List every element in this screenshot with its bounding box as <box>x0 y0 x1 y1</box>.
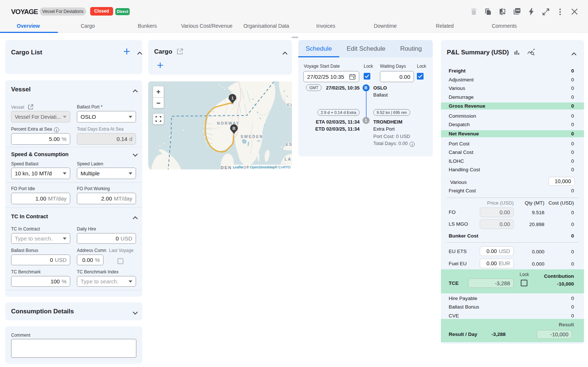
tce-label: TCE <box>449 280 459 286</box>
speed-laden-select[interactable]: Multiple <box>77 168 136 179</box>
zoom-in-button[interactable]: + <box>153 86 164 97</box>
tab-related[interactable]: Related <box>415 19 475 33</box>
tc-benchmark-label: TC Benchmark <box>11 269 41 275</box>
copy-icon[interactable] <box>484 8 492 16</box>
divider <box>447 242 578 243</box>
divider <box>5 147 142 147</box>
tab-routing[interactable]: Routing <box>393 40 429 57</box>
bunker-qty-header: Qty (MT) <box>525 200 544 206</box>
tab-invoices[interactable]: Invoices <box>296 19 356 33</box>
speed-ballast-select[interactable]: 10 kn, 10 MT/d <box>11 168 70 179</box>
tc-benchmark-input[interactable]: 100% <box>11 276 70 287</box>
voyage-start-lock-checkbox[interactable] <box>364 73 370 80</box>
waiting-days-input[interactable]: 0.00 <box>380 71 414 82</box>
pnl-row-adjustment: Adjustment0 <box>441 75 584 84</box>
tab-schedule[interactable]: Schedule <box>298 40 339 57</box>
result-header: Result <box>559 322 574 327</box>
ballast-bonus-input[interactable]: 0USD <box>11 255 70 265</box>
dropdown-caret-icon <box>61 116 67 118</box>
eu-ets-qty: 0.000 <box>532 249 544 255</box>
fo-port-idle-input[interactable]: 1.00MT/day <box>11 193 70 204</box>
address-comn-input[interactable]: 0.00% <box>77 255 103 265</box>
tab-various-cost-revenue[interactable]: Various Cost/Revenue <box>177 19 237 33</box>
pnl-row-canal-cost: Canal Cost0 <box>441 148 584 157</box>
stop2-port: TRONDHEIM <box>373 119 402 125</box>
collapse-speed-consumption-icon[interactable] <box>133 152 138 157</box>
last-voyage-checkbox[interactable] <box>118 258 123 264</box>
analytics-search-icon[interactable] <box>527 48 535 58</box>
dropdown-caret-icon <box>127 280 132 283</box>
lsmgo-price-input: 0.00 <box>480 219 514 229</box>
pnl-row-bunker-cost: Bunker Cost0 <box>441 232 584 240</box>
top-bar: VOYAGE Vessel For Deviations Closed Dire… <box>0 0 588 19</box>
fuel-eu-input[interactable]: 0.00EUR <box>480 259 514 268</box>
add-cargo-button[interactable] <box>123 48 130 55</box>
map-zoom-control: + − <box>153 86 164 108</box>
tab-bunkers[interactable]: Bunkers <box>118 19 177 33</box>
timeline-connector <box>366 91 367 117</box>
bar-chart-icon[interactable] <box>513 49 520 57</box>
bunker-cost-header: Cost (USD) <box>548 200 574 206</box>
percent-extra-input[interactable]: 5.00% <box>11 133 70 145</box>
various-cost-input[interactable]: 10,000 <box>548 177 575 186</box>
eu-ets-cost: 0 <box>571 249 574 255</box>
daily-hire-input[interactable]: 0USD <box>77 233 136 244</box>
zoom-out-button[interactable]: − <box>153 98 164 108</box>
pnl-row-despatch: Despatch0 <box>441 120 584 129</box>
tab-organisational-data[interactable]: Organisational Data <box>237 19 296 33</box>
waiting-days-lock-checkbox[interactable] <box>417 73 424 80</box>
schedule-panel: Schedule Edit Schedule Routing Voyage St… <box>298 40 433 156</box>
pnl-title: P&L Summary (USD) <box>447 49 509 56</box>
cargo-list-title: Cargo List <box>11 49 42 56</box>
vessel-badge: Vessel For Deviations <box>40 7 86 16</box>
map-fullscreen-button[interactable] <box>153 113 164 125</box>
vessel-select[interactable]: Vessel For Deviati... <box>11 111 70 122</box>
map-label-sweden: SWEDEN <box>241 134 264 139</box>
dropdown-caret-icon <box>61 172 67 175</box>
collapse-cargo-icon[interactable] <box>282 50 288 55</box>
tc-contract-select[interactable]: Type to search. <box>11 233 70 244</box>
route-map[interactable]: NORWAY SWEDEN DENMARK FI ES LA 1 B + <box>148 81 292 169</box>
tab-cargo[interactable]: Cargo <box>58 19 118 33</box>
closed-status-button[interactable]: Closed <box>90 7 113 16</box>
tab-overview[interactable]: Overview <box>0 19 58 33</box>
pdf-export-icon[interactable] <box>513 8 521 16</box>
stop2-eta: ETA 02/03/25, 11:34 <box>316 119 360 125</box>
panel-resize-handle[interactable] <box>292 37 298 38</box>
compare-documents-icon[interactable] <box>499 8 506 16</box>
voyage-start-input[interactable]: 27/02/25 10:35 <box>303 71 359 82</box>
stop1-datetime: 27/02/25, 10:35 <box>326 85 360 91</box>
tce-input: -3,288 <box>468 279 514 288</box>
svg-text:B: B <box>232 126 235 131</box>
collapse-pnl-icon[interactable] <box>571 50 577 55</box>
contribution-header: Contribution <box>544 273 574 279</box>
open-cargo-icon[interactable] <box>176 48 183 57</box>
comment-textarea[interactable] <box>11 339 136 358</box>
expand-consumption-details-icon[interactable] <box>133 310 138 315</box>
stop1-status: Ballast <box>373 92 388 98</box>
collapse-vessel-icon[interactable] <box>133 87 138 92</box>
tab-edit-schedule[interactable]: Edit Schedule <box>339 40 393 57</box>
tab-comments[interactable]: Comments <box>475 19 534 33</box>
eu-ets-input[interactable]: 0.00USD <box>480 246 514 256</box>
comment-label: Comment <box>11 333 30 338</box>
tc-benchmark-index-select[interactable]: Type to search. <box>77 276 136 287</box>
more-options-icon[interactable] <box>556 8 564 16</box>
tc-contract-label: TC In Contract <box>11 226 40 232</box>
tce-lock-checkbox[interactable] <box>521 280 527 286</box>
tab-downtime[interactable]: Downtime <box>356 19 415 33</box>
add-cargo-item-button[interactable] <box>157 62 164 69</box>
address-comn-label: Address Comn <box>77 248 106 253</box>
collapse-cargo-list-icon[interactable] <box>137 50 142 55</box>
trash-icon[interactable] <box>470 8 477 16</box>
pnl-row-port-cost: Port Cost0 <box>441 139 584 148</box>
ballast-port-select[interactable]: OSLO <box>77 111 136 122</box>
speed-consumption-title: Speed & Consumption <box>11 151 68 157</box>
fo-port-working-input[interactable]: 2.00MT/day <box>77 193 136 204</box>
expand-icon[interactable] <box>542 8 550 16</box>
close-icon[interactable] <box>571 8 578 16</box>
last-voyage-label: Last Voyage <box>109 248 133 253</box>
collapse-tc-in-contract-icon[interactable] <box>133 214 138 219</box>
vessel-title: Vessel <box>11 86 31 93</box>
quick-actions-icon[interactable] <box>527 8 535 16</box>
